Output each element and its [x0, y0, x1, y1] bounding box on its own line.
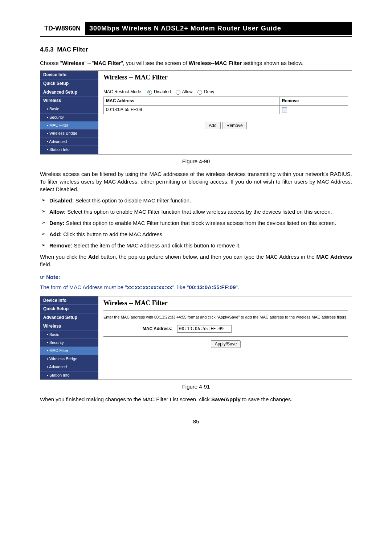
restrict-label: MAC Restrict Mode: — [103, 89, 142, 94]
sidebar-item[interactable]: Wireless — [40, 322, 98, 331]
list-item: Allow: Select this option to enable MAC … — [40, 208, 352, 216]
pointer-icon: ☞ — [40, 274, 45, 280]
closing-paragraph: When you finished making changes to the … — [40, 395, 352, 403]
body-paragraph-2: When you click the Add button, the pop-u… — [40, 253, 352, 268]
remove-cell — [279, 105, 348, 114]
button-row: Add Remove — [103, 122, 348, 130]
note-body: The form of MAC Address must be "xx:xx:x… — [40, 283, 352, 291]
th-remove: Remove — [279, 97, 348, 105]
doc-header: TD-W8960N 300Mbps Wireless N ADSL2+ Mode… — [40, 22, 352, 37]
sidebar-item[interactable]: • Wireless Bridge — [40, 130, 98, 138]
button-row: Apply/Save — [103, 340, 348, 348]
mac-address-input[interactable]: 00:13:0A:55:FF:09 — [177, 325, 232, 333]
remove-button[interactable]: Remove — [222, 122, 247, 130]
list-item: Deny: Select this option to enable MAC F… — [40, 219, 352, 227]
sidebar-item[interactable]: Wireless — [40, 97, 98, 105]
section-number: 4.5.3 — [40, 46, 54, 53]
sidebar-item[interactable]: • Security — [40, 339, 98, 347]
th-mac: MAC Address — [104, 97, 280, 105]
bullet-list: Disabled: Select this option to disable … — [40, 197, 352, 249]
list-item: Add: Click this button to add the MAC Ad… — [40, 230, 352, 238]
figure-content: Wireless -- MAC Filter MAC Restrict Mode… — [98, 71, 352, 154]
mac-restrict-row: MAC Restrict Mode: Disabled Allow Deny — [103, 89, 348, 95]
sidebar-item[interactable]: Advanced Setup — [40, 313, 98, 322]
sidebar-nav: Device InfoQuick SetupAdvanced SetupWire… — [40, 71, 98, 154]
remove-checkbox[interactable] — [282, 107, 287, 112]
mac-table: MAC Address Remove 00:13:0A:55:FF:09 — [103, 97, 348, 114]
radio-allow[interactable] — [176, 90, 180, 95]
figure-4-91: Device InfoQuick SetupAdvanced SetupWire… — [40, 296, 352, 380]
table-row: 00:13:0A:55:FF:09 — [104, 105, 348, 114]
sidebar-item[interactable]: • Basic — [40, 105, 98, 113]
radio-disabled[interactable] — [147, 90, 152, 95]
note-heading: ☞ Note: — [40, 273, 352, 281]
sidebar-item[interactable]: • Station Info — [40, 146, 98, 154]
panel-title: Wireless -- MAC Filter — [103, 73, 348, 82]
mac-input-row: MAC Address: 00:13:0A:55:FF:09 — [103, 325, 348, 333]
sidebar-item[interactable]: Device Info — [40, 296, 98, 305]
sidebar-nav: Device InfoQuick SetupAdvanced SetupWire… — [40, 296, 98, 380]
section-name: MAC Filter — [57, 46, 88, 53]
sidebar-item[interactable]: • Basic — [40, 331, 98, 339]
sidebar-item[interactable]: • Advanced — [40, 138, 98, 146]
page-number: 85 — [40, 418, 352, 425]
mac-cell: 00:13:0A:55:FF:09 — [104, 105, 280, 114]
section-heading: 4.5.3 MAC Filter — [40, 45, 352, 54]
list-item: Disabled: Select this option to disable … — [40, 197, 352, 204]
sidebar-item[interactable]: Device Info — [40, 71, 98, 79]
radio-deny[interactable] — [197, 90, 202, 95]
apply-save-button[interactable]: Apply/Save — [211, 340, 241, 348]
figure-caption-90: Figure 4-90 — [40, 157, 352, 165]
model-number: TD-W8960N — [40, 22, 85, 35]
mac-address-label: MAC Address: — [125, 326, 176, 332]
sidebar-item[interactable]: • MAC Filter — [40, 347, 98, 355]
instruction-text: Enter the MAC address with 00:11:22:33:4… — [103, 315, 348, 320]
figure-caption-91: Figure 4-91 — [40, 383, 352, 390]
list-item: Remove: Select the item of the MAC Addre… — [40, 242, 352, 249]
sidebar-item[interactable]: Quick Setup — [40, 79, 98, 88]
figure-4-90: Device InfoQuick SetupAdvanced SetupWire… — [40, 70, 352, 155]
sidebar-item[interactable]: Quick Setup — [40, 305, 98, 313]
sidebar-item[interactable]: • Wireless Bridge — [40, 355, 98, 363]
doc-title: 300Mbps Wireless N ADSL2+ Modem Router U… — [85, 22, 352, 35]
panel-title: Wireless -- MAC Filter — [103, 299, 348, 308]
sidebar-item[interactable]: • Advanced — [40, 363, 98, 371]
intro-paragraph: Choose "Wireless"→"MAC Filter", you will… — [40, 59, 352, 67]
sidebar-item[interactable]: • Security — [40, 114, 98, 122]
sidebar-item[interactable]: Advanced Setup — [40, 88, 98, 97]
sidebar-item[interactable]: • MAC Filter — [40, 122, 98, 130]
figure-content: Wireless -- MAC Filter Enter the MAC add… — [98, 296, 352, 380]
body-paragraph-1: Wireless access can be filtered by using… — [40, 170, 352, 193]
add-button[interactable]: Add — [205, 122, 220, 130]
sidebar-item[interactable]: • Station Info — [40, 372, 98, 379]
